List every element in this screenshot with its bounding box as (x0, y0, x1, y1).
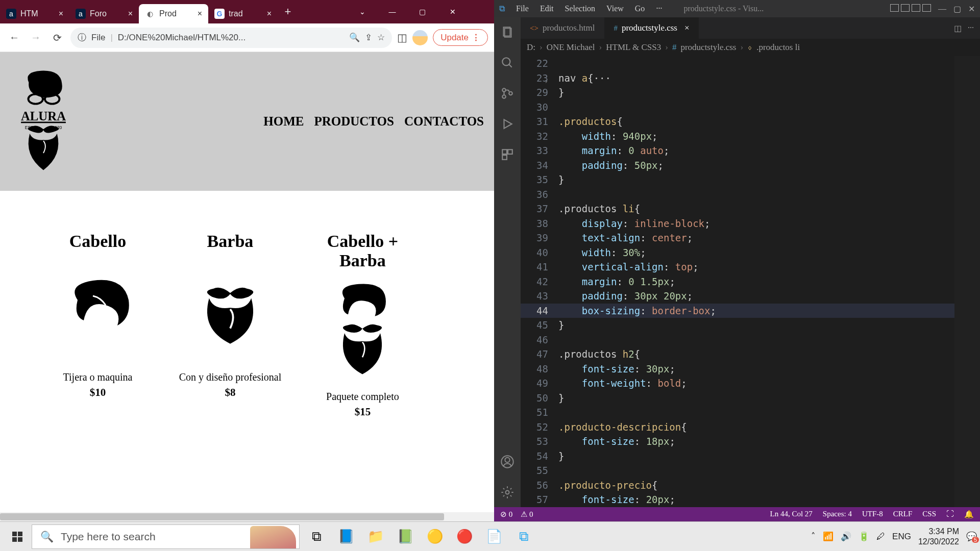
chrome-icon[interactable]: 🟡 (421, 524, 449, 549)
chrome-icon-2[interactable]: 🔴 (451, 524, 478, 549)
new-tab-button[interactable]: + (278, 0, 298, 23)
tray-chevron-icon[interactable]: ˄ (811, 531, 816, 542)
horizontal-scrollbar[interactable] (0, 512, 494, 521)
notifications-icon[interactable]: 💬5 (966, 531, 977, 542)
info-icon: ⓘ (78, 32, 86, 43)
browser-tabstrip: aHTM× aForo× ◐Prod× Gtrad× + ⌄ — ▢ ✕ (0, 0, 494, 23)
menu-view[interactable]: View (606, 4, 624, 13)
file-explorer-icon[interactable]: 📁 (362, 524, 389, 549)
status-warnings[interactable]: ⚠ 0 (521, 510, 533, 519)
reload-button[interactable]: ⟳ (49, 30, 65, 46)
browser-tab[interactable]: aHTM× (0, 4, 69, 23)
search-icon: 🔍 (40, 531, 54, 543)
profile-avatar[interactable] (412, 30, 428, 45)
product-price: $10 (44, 386, 152, 399)
close-icon[interactable]: × (684, 23, 690, 33)
tab-label: trad (229, 9, 243, 18)
wifi-icon[interactable]: 📶 (823, 531, 834, 542)
close-icon[interactable]: × (59, 9, 63, 18)
language-indicator[interactable]: ENG (892, 532, 911, 542)
menu-more[interactable]: ··· (656, 4, 662, 13)
vscode-window: ⧉ File Edit Selection View Go ··· produc… (494, 0, 980, 521)
menu-edit[interactable]: Edit (540, 4, 554, 13)
bell-icon[interactable]: 🔔 (964, 510, 974, 519)
status-errors[interactable]: ⊘ 0 (500, 510, 512, 519)
nav-home[interactable]: HOME (263, 114, 304, 129)
notepad-icon[interactable]: 📄 (480, 524, 508, 549)
minimize-icon[interactable]: — (377, 0, 407, 23)
search-icon[interactable]: 🔍 (349, 32, 360, 43)
address-bar[interactable]: ⓘ File | D:/ONE%20Michael/HTML%20... 🔍 ⇪… (70, 28, 392, 48)
product-desc: Paquete completo (308, 391, 416, 403)
battery-icon[interactable]: 🔋 (859, 531, 869, 542)
run-debug-icon[interactable] (500, 116, 515, 132)
taskbar-search[interactable]: 🔍 Type here to search (32, 524, 300, 549)
breadcrumb[interactable]: D:› ONE Michael› HTML & CSS3› #productst… (521, 39, 980, 56)
more-icon[interactable]: ··· (968, 23, 974, 33)
status-eol[interactable]: CRLF (893, 510, 913, 519)
svg-rect-17 (502, 155, 507, 160)
svg-rect-22 (18, 532, 22, 536)
code-editor[interactable]: ›222329303132333435363738394041424344454… (521, 56, 980, 507)
task-view-icon[interactable]: ⧉ (303, 524, 330, 549)
explorer-icon[interactable] (500, 24, 515, 40)
vscode-taskbar-icon[interactable]: ⧉ (510, 524, 537, 549)
close-icon[interactable]: × (128, 9, 133, 18)
split-editor-icon[interactable]: ◫ (954, 23, 962, 33)
close-window-icon[interactable]: ✕ (437, 0, 468, 23)
account-icon[interactable] (500, 454, 515, 469)
pen-icon[interactable]: 🖊 (876, 532, 885, 542)
close-icon[interactable]: × (267, 9, 272, 18)
status-encoding[interactable]: UTF-8 (862, 510, 883, 519)
site-logo: ALURA ESTD 2020 (10, 65, 77, 178)
window-title: productstyle.css - Visu... (683, 4, 764, 13)
close-icon[interactable]: × (198, 9, 202, 18)
back-button[interactable]: ← (6, 30, 22, 46)
word-icon[interactable]: 📘 (332, 524, 360, 549)
nav-productos[interactable]: PRODUCTOS (314, 114, 394, 129)
product-price: $8 (176, 386, 284, 399)
status-indent[interactable]: Spaces: 4 (823, 510, 852, 519)
browser-tab[interactable]: aForo× (69, 4, 139, 23)
share-icon[interactable]: ⇪ (365, 32, 372, 43)
excel-icon[interactable]: 📗 (391, 524, 419, 549)
product-desc: Con y diseño profesional (176, 371, 284, 383)
maximize-icon[interactable]: ▢ (407, 0, 437, 23)
menu-file[interactable]: File (516, 4, 529, 13)
taskbar-clock[interactable]: 3:34 PM 12/30/2022 (918, 527, 959, 547)
source-control-icon[interactable] (500, 86, 515, 101)
forward-button[interactable]: → (28, 30, 44, 46)
browser-tab-active[interactable]: ◐Prod× (139, 4, 208, 23)
editor-tab[interactable]: <>productos.html (521, 17, 604, 39)
vscode-logo-icon: ⧉ (499, 4, 505, 13)
menu-go[interactable]: Go (635, 4, 645, 13)
svg-point-11 (502, 88, 506, 92)
menu-selection[interactable]: Selection (565, 4, 596, 13)
star-icon[interactable]: ☆ (377, 32, 385, 43)
close-icon[interactable]: ✕ (968, 4, 975, 14)
product-price: $15 (308, 406, 416, 418)
maximize-icon[interactable]: ▢ (953, 4, 961, 14)
browser-tab[interactable]: Gtrad× (208, 4, 278, 23)
layout-controls[interactable] (890, 4, 931, 14)
status-cursor[interactable]: Ln 44, Col 27 (770, 510, 813, 519)
volume-icon[interactable]: 🔊 (841, 531, 851, 542)
extensions-icon[interactable] (500, 147, 515, 162)
nav-contactos[interactable]: CONTACTOS (404, 114, 484, 129)
status-language[interactable]: CSS (922, 510, 936, 519)
editor-tab-active[interactable]: #productstyle.css× (604, 17, 699, 39)
hair-icon (52, 259, 144, 361)
minimap[interactable] (954, 56, 980, 507)
search-icon[interactable] (500, 55, 515, 70)
sidepanel-icon[interactable]: ◫ (397, 32, 407, 44)
editor-area: <>productos.html #productstyle.css× ◫···… (521, 17, 980, 507)
settings-gear-icon[interactable] (500, 485, 515, 500)
start-button[interactable] (3, 524, 32, 549)
dropdown-icon[interactable]: ⌄ (347, 0, 377, 23)
update-button[interactable]: Update ⋮ (433, 29, 488, 46)
feedback-icon[interactable]: ⛶ (946, 510, 954, 519)
minimize-icon[interactable]: — (938, 4, 946, 14)
svg-rect-24 (18, 537, 22, 542)
product-card: Cabello + Barba Paquete completo $15 (298, 216, 427, 434)
tab-label: Foro (90, 9, 107, 18)
